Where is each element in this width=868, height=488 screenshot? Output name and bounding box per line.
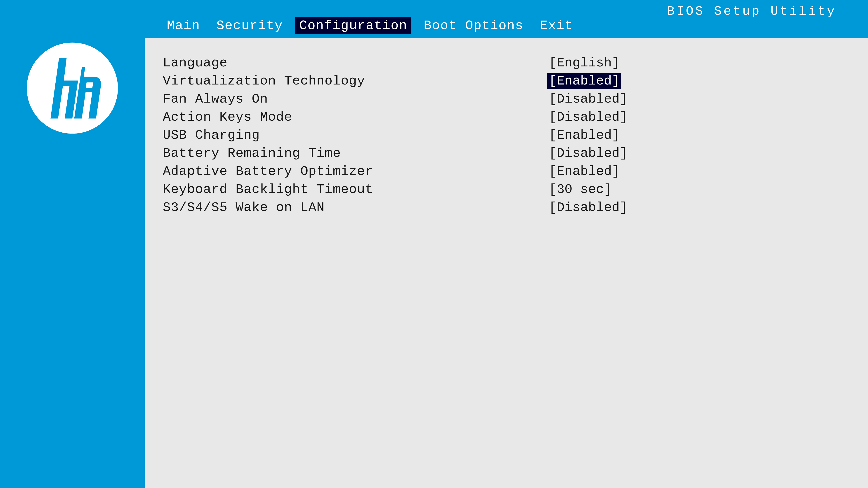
setting-value[interactable]: [Enabled]	[547, 164, 621, 179]
setting-value[interactable]: [Disabled]	[547, 91, 629, 107]
setting-label: Virtualization Technology	[163, 74, 547, 88]
sidebar	[0, 0, 145, 488]
setting-row-battery-optimizer[interactable]: Adaptive Battery Optimizer [Enabled]	[163, 162, 850, 180]
setting-value[interactable]: [Enabled]	[547, 73, 621, 89]
hp-logo-icon	[25, 41, 120, 135]
setting-label: Language	[163, 56, 547, 70]
setting-row-usb-charging[interactable]: USB Charging [Enabled]	[163, 126, 850, 144]
app-title: BIOS Setup Utility	[667, 4, 836, 19]
setting-label: Keyboard Backlight Timeout	[163, 182, 547, 197]
setting-label: Adaptive Battery Optimizer	[163, 164, 547, 179]
setting-value[interactable]: [Disabled]	[547, 109, 629, 125]
tab-main[interactable]: Main	[163, 18, 204, 34]
setting-label: S3/S4/S5 Wake on LAN	[163, 200, 547, 215]
setting-label: USB Charging	[163, 128, 547, 142]
setting-value[interactable]: [Disabled]	[547, 145, 629, 161]
setting-value[interactable]: [30 sec]	[547, 182, 614, 197]
tab-bar: Main Security Configuration Boot Options…	[163, 18, 577, 34]
setting-label: Action Keys Mode	[163, 110, 547, 125]
setting-value[interactable]: [Disabled]	[547, 200, 629, 215]
tab-boot-options[interactable]: Boot Options	[420, 18, 528, 34]
setting-row-wake-on-lan[interactable]: S3/S4/S5 Wake on LAN [Disabled]	[163, 198, 850, 217]
tab-configuration[interactable]: Configuration	[295, 18, 411, 34]
tab-exit[interactable]: Exit	[536, 18, 577, 34]
setting-row-battery-time[interactable]: Battery Remaining Time [Disabled]	[163, 144, 850, 162]
setting-row-action-keys[interactable]: Action Keys Mode [Disabled]	[163, 108, 850, 126]
setting-row-language[interactable]: Language [English]	[163, 54, 850, 72]
tab-security[interactable]: Security	[212, 18, 287, 34]
setting-row-virtualization[interactable]: Virtualization Technology [Enabled]	[163, 72, 850, 90]
setting-row-backlight-timeout[interactable]: Keyboard Backlight Timeout [30 sec]	[163, 180, 850, 198]
setting-label: Fan Always On	[163, 92, 547, 106]
setting-value[interactable]: [English]	[547, 55, 621, 71]
setting-row-fan[interactable]: Fan Always On [Disabled]	[163, 90, 850, 108]
settings-panel: Language [English] Virtualization Techno…	[145, 38, 868, 488]
setting-value[interactable]: [Enabled]	[547, 127, 621, 143]
setting-label: Battery Remaining Time	[163, 146, 547, 161]
